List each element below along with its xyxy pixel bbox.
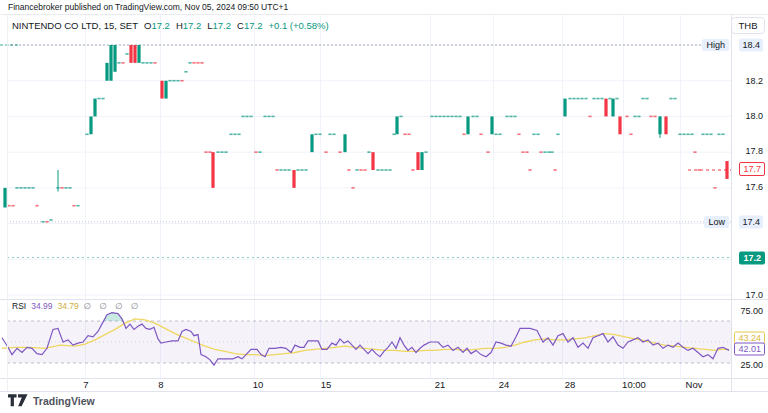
currency-button[interactable]: THB [731,17,765,34]
time-axis-label: 7 [83,378,88,391]
candle-body [505,116,508,118]
candle-body [31,187,34,189]
candle-body [543,151,546,153]
candle-body [27,187,30,189]
candle-body [296,169,299,171]
ohlc-value: 17.2 [151,20,170,31]
candle-body [513,116,516,118]
chart-canvas[interactable] [0,0,768,413]
ohlc-value: 17.2 [213,20,232,31]
candle-body [121,62,124,64]
candle-body [556,133,559,135]
candle-body [338,151,341,153]
rsi-value: 34.99 [31,301,52,311]
candle-body [494,133,497,135]
close-price-badge: 17.2 [739,252,765,265]
candle-body [420,152,423,170]
candle-body [611,99,614,117]
candle-body [686,133,689,135]
ohlc-key: C [237,20,244,31]
candle-body [600,98,603,100]
candle-body [258,151,261,153]
candle-body [641,98,644,100]
candle-body [392,133,395,135]
candle-body [721,133,724,135]
candle-body [56,187,59,189]
candle-body [254,151,257,153]
time-axis-label: 24 [499,378,510,391]
time-axis-label: Nov [686,378,703,391]
price-axis-label: 18.0 [745,111,763,122]
symbol-legend: NINTENDO CO LTD, 15, SETO17.2H17.2L17.2C… [12,20,329,31]
candle-body [701,133,704,135]
candle-body [563,99,566,117]
candle-body [673,98,676,100]
last-price-badge: 17.7 [739,162,765,176]
rsi-ma-value: 34.79 [57,301,78,311]
candle-body [399,116,402,118]
candle-body [521,151,524,153]
candle-body [690,133,693,135]
ohlc-value: 17.2 [244,20,263,31]
attribution-text: Financebroker published on TradingView.c… [8,2,288,12]
candle-body [615,98,618,100]
low-marker-label: Low [704,216,729,228]
candle-body [19,187,22,189]
candle-body [371,152,374,170]
rsi-label[interactable]: RSI [12,301,26,311]
candle-body [705,133,708,135]
candle-body [153,62,156,64]
candle-body [72,205,75,207]
candle-body [192,62,195,64]
candle-body [367,151,370,153]
candle-body [584,98,587,100]
candle-body [310,134,313,152]
high-marker-label: High [702,39,729,51]
candle-body [458,116,461,118]
candle-body [547,151,550,153]
tradingview-logo[interactable]: TradingView [8,394,95,407]
candle-body [608,98,611,100]
candle-body [283,169,286,171]
candle-body [287,169,290,171]
time-axis-label: 15 [321,378,332,391]
time-axis-label: 10:00 [622,378,646,391]
candle-body [553,169,556,171]
time-axis-label: 8 [158,378,163,391]
candle-body [450,116,453,118]
candle-body [204,151,207,153]
price-axis-label: 17.8 [745,146,763,157]
candle-body [97,98,100,100]
candle-body [271,116,274,118]
candle-body [328,133,331,135]
candle-body [137,45,140,63]
candle-body [220,151,223,153]
candle-body [105,63,108,81]
candle-body [292,170,295,188]
candle-body [509,116,512,118]
candle-body [208,151,211,153]
candle-body [249,116,252,118]
price-axis-label: 17.6 [745,182,763,193]
symbol-title[interactable]: NINTENDO CO LTD, 15, SET [12,20,138,31]
candle-body [176,80,179,82]
candle-body [109,45,112,81]
candle-body [407,133,410,135]
candle-body [588,116,591,118]
candle-body [347,169,350,171]
candle-body [229,133,232,135]
candle-body [68,187,71,189]
price-axis-label-highlight: 18.4 [739,39,763,52]
rsi-axis-label: 75.00 [740,306,763,317]
candle-body [596,98,599,100]
candle-body [388,169,391,171]
price-axis-label-highlight: 17.4 [739,216,763,229]
candle-body [35,205,38,207]
candle-body [604,99,607,117]
candle-body [117,62,120,64]
candle-body [629,133,632,135]
candle-body [430,116,433,118]
candle-body [224,151,227,153]
candle-body [380,169,383,171]
candle-body [89,116,92,134]
